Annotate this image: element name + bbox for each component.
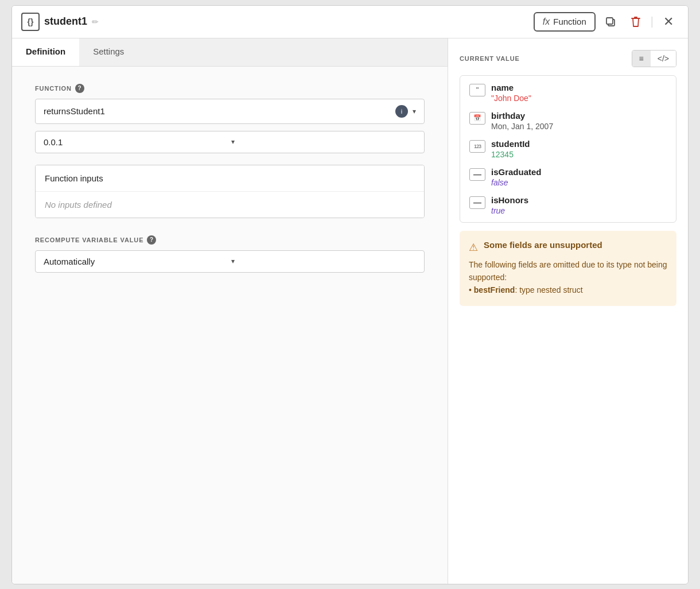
ishonors-field-name: isHonors (491, 195, 528, 205)
birthday-field-name: birthday (491, 111, 553, 121)
current-value-label: CURRENT VALUE (460, 55, 520, 62)
isgraduated-field-info: isGraduated false (491, 167, 542, 187)
birthday-field-info: birthday Mon, Jan 1, 2007 (491, 111, 553, 131)
warning-body-text: The following fields are omitted due to … (469, 260, 667, 282)
duplicate-button[interactable] (600, 11, 621, 32)
svg-rect-1 (606, 18, 613, 24)
ishonors-type-icon: — (469, 196, 485, 209)
function-name: returnsStudent1 (44, 106, 395, 116)
body: Definition Settings FUNCTION ? returnsSt… (12, 38, 688, 584)
info-button[interactable]: i (395, 105, 408, 118)
var-name: student1 (44, 16, 87, 28)
function-select[interactable]: returnsStudent1 i ▾ (35, 99, 425, 124)
function-help-icon[interactable]: ? (75, 84, 84, 93)
var-icon: {} (21, 13, 40, 31)
right-panel: CURRENT VALUE ≡ </> " name "John Doe" (448, 38, 688, 584)
studentid-field-name: studentId (491, 139, 530, 149)
warning-title-row: ⚠ Some fields are unsupported (469, 240, 667, 254)
studentid-field-info: studentId 12345 (491, 139, 530, 159)
left-content: FUNCTION ? returnsStudent1 i ▾ 0.0.1 ▾ F… (12, 67, 448, 584)
ishonors-field-value: true (491, 206, 528, 215)
recompute-dropdown-arrow: ▾ (231, 257, 417, 265)
version-select[interactable]: 0.0.1 ▾ (35, 131, 425, 153)
left-panel: Definition Settings FUNCTION ? returnsSt… (12, 38, 448, 584)
field-row-name: " name "John Doe" (469, 83, 667, 103)
function-inputs-box: Function inputs No inputs defined (35, 165, 425, 218)
warning-title: Some fields are unsupported (484, 240, 602, 250)
delete-button[interactable] (625, 11, 646, 32)
fx-icon: fx (543, 17, 550, 27)
birthday-type-icon: 📅 (469, 112, 485, 125)
function-button[interactable]: fx Function (534, 12, 596, 32)
current-value-header: CURRENT VALUE ≡ </> (460, 50, 676, 67)
name-type-icon: " (469, 84, 485, 96)
function-dropdown-arrow[interactable]: ▾ (413, 107, 416, 115)
recompute-select[interactable]: Automatically ▾ (35, 250, 425, 273)
list-view-button[interactable]: ≡ (632, 51, 651, 67)
separator: | (651, 15, 654, 28)
header-right: fx Function | ✕ (534, 11, 679, 32)
warning-box: ⚠ Some fields are unsupported The follow… (460, 231, 676, 306)
header-left: {} student1 ✏ (21, 13, 528, 31)
name-field-name: name (491, 83, 531, 92)
value-box: " name "John Doe" 📅 birthday Mon, Jan 1,… (460, 75, 676, 223)
info-arrow: i ▾ (395, 105, 416, 118)
studentid-type-icon: 123 (469, 140, 485, 153)
tabs: Definition Settings (12, 38, 448, 67)
version-value: 0.0.1 (44, 137, 229, 147)
studentid-field-value: 12345 (491, 150, 530, 159)
recompute-help-icon[interactable]: ? (147, 235, 156, 245)
function-button-label: Function (553, 17, 586, 26)
birthday-field-value: Mon, Jan 1, 2007 (491, 122, 553, 131)
header: {} student1 ✏ fx Function | ✕ (12, 6, 688, 38)
edit-icon[interactable]: ✏ (92, 17, 99, 26)
code-view-button[interactable]: </> (651, 51, 676, 67)
function-inputs-header: Function inputs (36, 165, 424, 192)
field-row-studentid: 123 studentId 12345 (469, 139, 667, 159)
field-row-isgraduated: — isGraduated false (469, 167, 667, 187)
function-section-label: FUNCTION ? (35, 84, 425, 93)
field-row-birthday: 📅 birthday Mon, Jan 1, 2007 (469, 111, 667, 131)
tab-definition[interactable]: Definition (12, 38, 79, 66)
tab-settings[interactable]: Settings (79, 38, 138, 66)
warning-item: • bestFriend: type nested struct (469, 285, 583, 294)
recompute-section-label: RECOMPUTE VARIABLE VALUE ? (35, 235, 425, 245)
isgraduated-type-icon: — (469, 168, 485, 181)
function-inputs-body: No inputs defined (36, 192, 424, 218)
name-field-info: name "John Doe" (491, 83, 531, 103)
close-button[interactable]: ✕ (658, 11, 679, 32)
version-dropdown-arrow: ▾ (231, 138, 417, 146)
isgraduated-field-name: isGraduated (491, 167, 542, 177)
field-row-ishonors: — isHonors true (469, 195, 667, 215)
recompute-value: Automatically (44, 257, 229, 266)
warning-icon: ⚠ (469, 241, 478, 254)
warning-body: The following fields are omitted due to … (469, 258, 667, 297)
view-toggle: ≡ </> (632, 50, 676, 67)
name-field-value: "John Doe" (491, 94, 531, 103)
isgraduated-field-value: false (491, 178, 542, 187)
ishonors-field-info: isHonors true (491, 195, 528, 215)
